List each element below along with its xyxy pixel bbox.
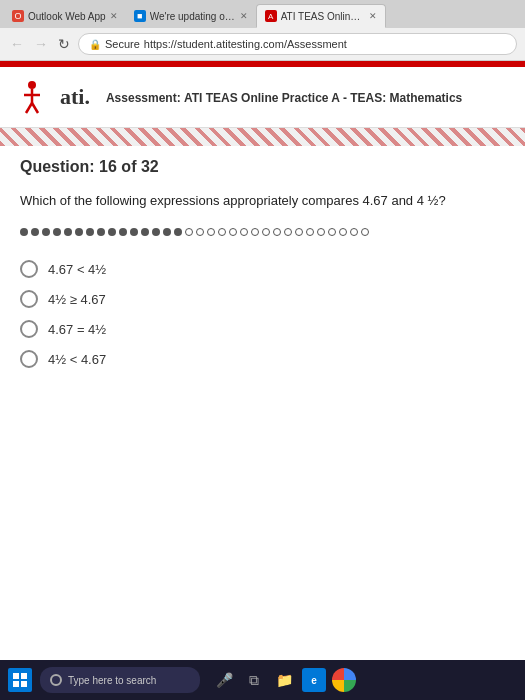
answer-option-d[interactable]: 4½ < 4.67 xyxy=(20,350,505,368)
taskbar-view-icon[interactable]: ⧉ xyxy=(242,668,266,692)
tab-label-terms: We're updating our term xyxy=(150,11,236,22)
tab-terms[interactable]: ■ We're updating our term ✕ xyxy=(126,4,256,28)
browser-chrome: O Outlook Web App ✕ ■ We're updating our… xyxy=(0,0,525,61)
progress-dot-13 xyxy=(152,228,160,236)
progress-dot-19 xyxy=(218,228,226,236)
svg-rect-7 xyxy=(13,681,19,687)
taskbar-edge-icon[interactable]: e xyxy=(302,668,326,692)
tab-close-ati[interactable]: ✕ xyxy=(369,11,377,21)
progress-dot-21 xyxy=(240,228,248,236)
progress-dot-28 xyxy=(317,228,325,236)
option-text-c: 4.67 = 4½ xyxy=(48,322,106,337)
tab-bar: O Outlook Web App ✕ ■ We're updating our… xyxy=(0,0,525,28)
progress-dot-2 xyxy=(31,228,39,236)
start-button[interactable] xyxy=(8,668,32,692)
progress-dot-12 xyxy=(141,228,149,236)
progress-dot-32 xyxy=(361,228,369,236)
tab-label-ati: ATI TEAS Online Practice xyxy=(281,11,365,22)
progress-dot-20 xyxy=(229,228,237,236)
progress-dot-16 xyxy=(185,228,193,236)
ati-logo: ati. xyxy=(16,77,90,117)
progress-dots xyxy=(20,224,505,240)
taskbar-folder-icon[interactable]: 📁 xyxy=(272,668,296,692)
answer-option-c[interactable]: 4.67 = 4½ xyxy=(20,320,505,338)
radio-c xyxy=(20,320,38,338)
browser-window: O Outlook Web App ✕ ■ We're updating our… xyxy=(0,0,525,660)
svg-line-3 xyxy=(26,103,32,113)
svg-line-4 xyxy=(32,103,38,113)
progress-dot-27 xyxy=(306,228,314,236)
url-text: https://student.atitesting.com/Assessmen… xyxy=(144,38,347,50)
search-bar[interactable]: Type here to search xyxy=(40,667,200,693)
question-area: Question: 16 of 32 Which of the followin… xyxy=(0,146,525,660)
svg-rect-8 xyxy=(21,681,27,687)
assessment-title: Assessment: ATI TEAS Online Practice A -… xyxy=(106,91,462,105)
stripe-divider xyxy=(0,128,525,146)
progress-dot-31 xyxy=(350,228,358,236)
progress-dot-10 xyxy=(119,228,127,236)
progress-dot-14 xyxy=(163,228,171,236)
search-text: Type here to search xyxy=(68,675,156,686)
ati-logo-text: ati. xyxy=(60,84,90,110)
search-circle-icon xyxy=(50,674,62,686)
taskbar-microphone-icon[interactable]: 🎤 xyxy=(212,668,236,692)
forward-button[interactable]: → xyxy=(32,36,50,52)
url-bar[interactable]: 🔒 Secure https://student.atitesting.com/… xyxy=(78,33,517,55)
assessment-value: ATI TEAS Online Practice A - TEAS: Mathe… xyxy=(184,91,462,105)
tab-label-outlook: Outlook Web App xyxy=(28,11,106,22)
tab-favicon-outlook: O xyxy=(12,10,24,22)
progress-dot-5 xyxy=(64,228,72,236)
option-text-d: 4½ < 4.67 xyxy=(48,352,106,367)
taskbar: Type here to search 🎤 ⧉ 📁 e xyxy=(0,660,525,700)
radio-a xyxy=(20,260,38,278)
taskbar-icons: 🎤 ⧉ 📁 e xyxy=(212,668,356,692)
assessment-label: Assessment: xyxy=(106,91,181,105)
ati-logo-icon xyxy=(16,77,56,117)
svg-point-0 xyxy=(28,81,36,89)
lock-icon: 🔒 xyxy=(89,39,101,50)
progress-dot-6 xyxy=(75,228,83,236)
progress-dot-15 xyxy=(174,228,182,236)
assessment-header: ati. Assessment: ATI TEAS Online Practic… xyxy=(0,67,525,128)
radio-b xyxy=(20,290,38,308)
windows-icon xyxy=(12,672,28,688)
progress-dot-18 xyxy=(207,228,215,236)
progress-dot-4 xyxy=(53,228,61,236)
tab-favicon-terms: ■ xyxy=(134,10,146,22)
progress-dot-25 xyxy=(284,228,292,236)
progress-dot-9 xyxy=(108,228,116,236)
tab-ati[interactable]: A ATI TEAS Online Practice ✕ xyxy=(256,4,386,28)
progress-dot-3 xyxy=(42,228,50,236)
back-button[interactable]: ← xyxy=(8,36,26,52)
address-bar: ← → ↻ 🔒 Secure https://student.atitestin… xyxy=(0,28,525,60)
answer-options: 4.67 < 4½4½ ≥ 4.674.67 = 4½4½ < 4.67 xyxy=(20,260,505,368)
progress-dot-29 xyxy=(328,228,336,236)
question-text: Which of the following expressions appro… xyxy=(20,192,505,210)
question-number: Question: 16 of 32 xyxy=(20,158,505,176)
progress-dot-23 xyxy=(262,228,270,236)
progress-dot-1 xyxy=(20,228,28,236)
option-text-b: 4½ ≥ 4.67 xyxy=(48,292,106,307)
progress-dot-11 xyxy=(130,228,138,236)
taskbar-chrome-icon[interactable] xyxy=(332,668,356,692)
svg-rect-5 xyxy=(13,673,19,679)
option-text-a: 4.67 < 4½ xyxy=(48,262,106,277)
answer-option-b[interactable]: 4½ ≥ 4.67 xyxy=(20,290,505,308)
progress-dot-24 xyxy=(273,228,281,236)
refresh-button[interactable]: ↻ xyxy=(56,36,72,52)
tab-close-terms[interactable]: ✕ xyxy=(240,11,248,21)
tab-favicon-ati: A xyxy=(265,10,277,22)
tab-outlook[interactable]: O Outlook Web App ✕ xyxy=(4,4,126,28)
progress-dot-30 xyxy=(339,228,347,236)
assessment-title-area: Assessment: ATI TEAS Online Practice A -… xyxy=(106,88,462,106)
tab-close-outlook[interactable]: ✕ xyxy=(110,11,118,21)
svg-rect-6 xyxy=(21,673,27,679)
radio-d xyxy=(20,350,38,368)
progress-dot-26 xyxy=(295,228,303,236)
progress-dot-7 xyxy=(86,228,94,236)
progress-dot-8 xyxy=(97,228,105,236)
progress-dot-22 xyxy=(251,228,259,236)
answer-option-a[interactable]: 4.67 < 4½ xyxy=(20,260,505,278)
secure-label: Secure xyxy=(105,38,140,50)
progress-dot-17 xyxy=(196,228,204,236)
